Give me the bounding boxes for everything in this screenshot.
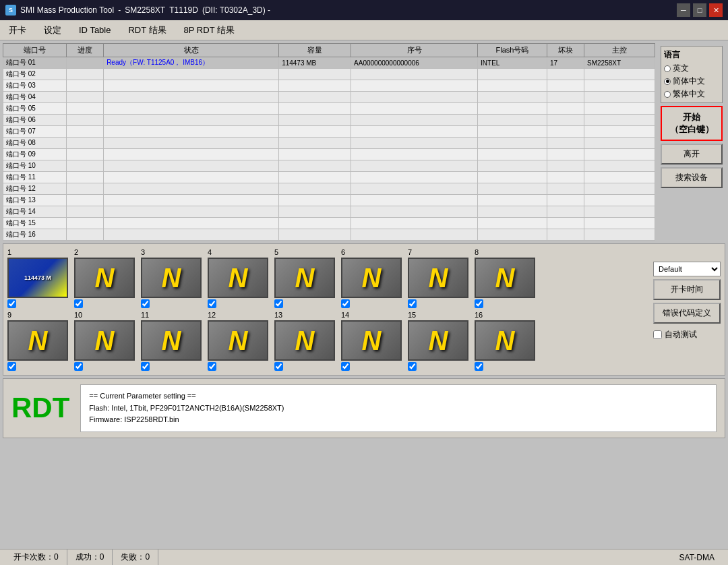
lang-simplified[interactable]: 简体中文 [664,76,719,87]
slot-n-letter: N [229,263,248,293]
slot-card-4[interactable]: N [208,258,268,298]
slot-card-13[interactable]: N [274,320,335,361]
slot-card-16[interactable]: N [475,320,535,361]
cell-status [104,92,279,103]
slot-num-5: 5 [274,248,278,256]
cell-serial [351,69,478,80]
cell-capacity [279,115,351,126]
rdt-section: RDT == Current Parameter setting == Flas… [3,378,725,438]
table-row: 端口号 15 [3,218,655,229]
open-count-status: 开卡次数：0 [5,549,67,565]
cell-flash [478,138,547,149]
cell-progress [67,126,104,138]
slot-card-14[interactable]: N [341,320,402,361]
slot-checkbox-6[interactable] [341,299,350,308]
cell-port: 端口号 12 [3,183,67,195]
slot-checkbox-9[interactable] [7,362,16,371]
menu-settings[interactable]: 设定 [35,20,70,40]
cell-port: 端口号 16 [3,229,67,241]
slot-card-9[interactable]: N [7,320,68,361]
slot-checkbox-11[interactable] [141,362,150,371]
cell-status [104,115,279,126]
cell-serial [351,126,478,138]
auto-test-row: 自动测试 [653,329,721,340]
cell-controller [584,195,655,206]
cell-status [104,206,279,218]
slot-checkbox-16[interactable] [475,362,483,371]
slot-n-letter: N [95,326,115,356]
slot-card-7[interactable]: N [408,258,468,298]
cell-progress [67,195,104,206]
slot-checkbox-2[interactable] [74,299,83,308]
slot-checkbox-8[interactable] [475,299,483,308]
slot-card-12[interactable]: N [208,320,268,361]
menu-rdt-result[interactable]: RDT 结果 [119,20,175,40]
menu-8p-rdt[interactable]: 8P RDT 结果 [175,20,243,40]
table-row: 端口号 14 [3,206,655,218]
slot-checkbox-14[interactable] [341,362,350,371]
cell-status [104,160,279,172]
menu-open-card[interactable]: 开卡 [0,20,35,40]
lang-traditional[interactable]: 繁体中文 [664,88,719,100]
maximize-button[interactable]: □ [693,3,706,17]
cell-capacity [279,69,351,80]
slot-card-10[interactable]: N [74,320,135,361]
slot-checkbox-7[interactable] [408,299,417,308]
cell-progress [67,183,104,195]
slot-card-5[interactable]: N [274,258,335,298]
slot-card-1[interactable]: 114473 M [7,258,68,298]
slot-checkbox-15[interactable] [408,362,417,371]
lang-english[interactable]: 英文 [664,63,719,74]
slot-card-11[interactable]: N [141,320,202,361]
table-row: 端口号 10 [3,160,655,172]
cell-flash [478,229,547,241]
slot-item-8: 8N [475,248,539,308]
cell-controller [584,92,655,103]
close-button[interactable]: ✕ [709,3,723,17]
slot-checkbox-4[interactable] [208,299,216,308]
cell-bad [547,160,584,172]
cell-flash [478,149,547,160]
cell-bad [547,206,584,218]
cell-serial [351,206,478,218]
auto-test-checkbox[interactable] [653,330,662,339]
slot-num-11: 11 [141,311,149,319]
cell-port: 端口号 15 [3,218,67,229]
search-device-button[interactable]: 搜索设备 [661,167,723,188]
cell-bad [547,115,584,126]
slot-item-5: 5N [274,248,338,308]
leave-button[interactable]: 离开 [661,144,723,165]
slot-item-4: 4N [208,248,272,308]
slot-checkbox-13[interactable] [274,362,283,371]
slot-card-8[interactable]: N [475,258,535,298]
lang-title: 语言 [664,49,719,61]
col-serial: 序号 [351,44,478,57]
slot-checkbox-12[interactable] [208,362,216,371]
open-time-button[interactable]: 开卡时间 [653,279,721,300]
slot-checkbox-5[interactable] [274,299,283,308]
cell-status [104,138,279,149]
slot-item-14: 14N [341,311,405,371]
slot-card-15[interactable]: N [408,320,468,361]
slot-card-3[interactable]: N [141,258,202,298]
cell-flash [478,183,547,195]
minimize-button[interactable]: ─ [677,3,690,17]
table-row: 端口号 11 [3,172,655,183]
cell-flash [478,195,547,206]
lang-traditional-label: 繁体中文 [673,88,705,100]
table-row: 端口号 12 [3,183,655,195]
slot-card-6[interactable]: N [341,258,402,298]
slot-card-2[interactable]: N [74,258,135,298]
start-button[interactable]: 开始（空白键） [661,106,723,141]
cell-flash [478,172,547,183]
menu-id-table[interactable]: ID Table [70,20,119,40]
profile-dropdown[interactable]: Default [653,262,721,276]
cell-bad: 17 [547,57,584,69]
cell-capacity [279,92,351,103]
error-code-button[interactable]: 错误代码定义 [653,303,721,324]
slot-checkbox-10[interactable] [74,362,83,371]
slot-checkbox-3[interactable] [141,299,150,308]
slot-n-letter: N [295,326,315,356]
cell-bad [547,218,584,229]
slot-checkbox-1[interactable] [7,299,16,308]
